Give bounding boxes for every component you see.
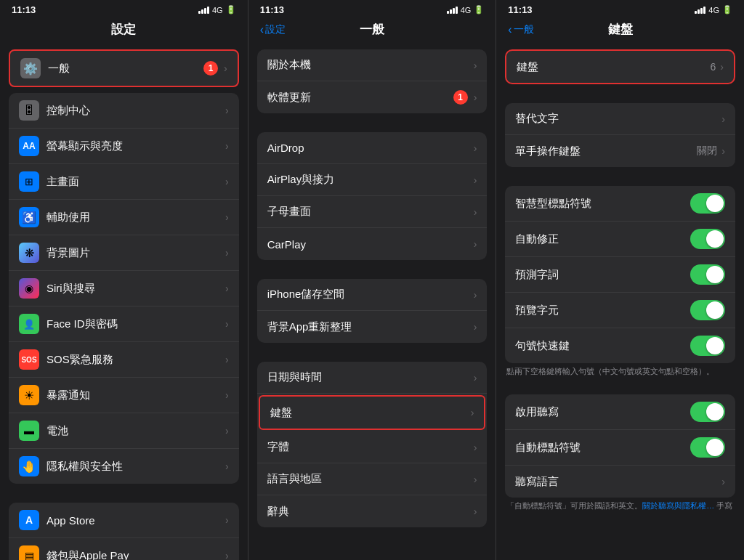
- row-background-app[interactable]: 背景App重新整理 ›: [257, 311, 488, 343]
- text-replacement-label: 替代文字: [515, 112, 721, 126]
- row-accessibility[interactable]: ♿ 輔助使用 ›: [9, 200, 239, 235]
- row-predictive-char[interactable]: 預覽字元: [505, 293, 735, 328]
- wallpaper-label: 背景圖片: [46, 246, 225, 260]
- smart-punctuation-toggle[interactable]: [690, 193, 725, 214]
- bar4: [207, 7, 209, 14]
- predictive-char-toggle[interactable]: [690, 300, 725, 320]
- row-airdrop[interactable]: AirDrop ›: [257, 132, 488, 164]
- wallet-label: 錢包與Apple Pay: [46, 549, 225, 561]
- row-appstore[interactable]: A App Store ›: [9, 503, 239, 538]
- one-hand-value: 關閉: [697, 145, 717, 158]
- row-privacy[interactable]: 🤚 隱私權與安全性 ›: [9, 449, 239, 484]
- software-update-label: 軟體更新: [267, 91, 453, 105]
- settings-list-3: 鍵盤 6 › 替代文字 › 單手操作鍵盤 關閉 › 智慧型標點符號: [496, 44, 744, 560]
- row-period-shortcut[interactable]: 句號快速鍵: [505, 328, 735, 363]
- auto-correct-toggle[interactable]: [690, 229, 725, 249]
- keyboards-highlighted-group: 鍵盤 6 ›: [505, 49, 735, 84]
- row-dictation[interactable]: 啟用聽寫: [505, 394, 735, 430]
- row-general[interactable]: ⚙️ 一般 1 ›: [10, 51, 238, 86]
- back-label-3: 一般: [514, 23, 534, 36]
- bar4-3: [703, 7, 705, 14]
- period-shortcut-toggle[interactable]: [690, 336, 725, 356]
- keyboard-chevron: ›: [471, 407, 474, 418]
- predictive-toggle[interactable]: [690, 264, 725, 285]
- row-text-replacement[interactable]: 替代文字 ›: [505, 103, 735, 135]
- row-auto-correct[interactable]: 自動修正: [505, 222, 735, 257]
- row-faceid[interactable]: 👤 Face ID與密碼 ›: [9, 307, 239, 342]
- row-dictionary[interactable]: 辭典 ›: [257, 495, 488, 527]
- row-keyboard[interactable]: 鍵盤 ›: [260, 397, 485, 429]
- carplay-label: CarPlay: [267, 238, 474, 251]
- general-group-3: iPhone儲存空間 › 背景App重新整理 ›: [257, 279, 488, 343]
- keyboard-toggles-group: 智慧型標點符號 自動修正 預測字詞 預覽字元 句號快速鍵: [505, 186, 735, 363]
- row-datetime[interactable]: 日期與時間 ›: [257, 362, 488, 394]
- dictation-lang-label: 聽寫語言: [515, 475, 721, 489]
- panel-settings: 11:13 4G 🔋 設定 ⚙️ 一般 1 › 🎛: [0, 0, 248, 560]
- network-type-3: 4G: [708, 6, 719, 15]
- auto-punctuation-toggle[interactable]: [690, 437, 725, 458]
- general-chevron: ›: [224, 62, 227, 74]
- row-airplay[interactable]: AirPlay與接力 ›: [257, 164, 488, 196]
- row-control-center[interactable]: 🎛 控制中心 ›: [9, 93, 239, 129]
- row-dictation-lang[interactable]: 聽寫語言 ›: [505, 466, 735, 498]
- pip-chevron: ›: [474, 206, 477, 218]
- status-bar-2: 11:13 4G 🔋: [248, 0, 496, 18]
- settings-group-bottom: A App Store › ▤ 錢包與Apple Pay ›: [9, 503, 239, 560]
- row-predictive[interactable]: 預測字詞: [505, 257, 735, 293]
- row-keyboards[interactable]: 鍵盤 6 ›: [506, 51, 734, 83]
- row-display[interactable]: AA 螢幕顯示與亮度 ›: [9, 129, 239, 164]
- row-carplay[interactable]: CarPlay ›: [257, 228, 488, 260]
- battery-icon-2: 🔋: [474, 5, 484, 15]
- general-group-2: AirDrop › AirPlay與接力 › 子母畫面 › CarPlay ›: [257, 132, 488, 260]
- keyboards-value: 6: [711, 61, 716, 73]
- row-battery[interactable]: ▬ 電池 ›: [9, 413, 239, 449]
- bar4-2: [456, 7, 458, 14]
- general-icon: ⚙️: [20, 58, 41, 78]
- home-label: 主畫面: [46, 175, 225, 189]
- row-wallet[interactable]: ▤ 錢包與Apple Pay ›: [9, 538, 239, 560]
- bar2-2: [450, 9, 452, 14]
- row-sos[interactable]: SOS SOS緊急服務 ›: [9, 342, 239, 378]
- accessibility-label: 輔助使用: [46, 211, 225, 224]
- datetime-label: 日期與時間: [267, 370, 474, 384]
- row-pip[interactable]: 子母畫面 ›: [257, 196, 488, 228]
- row-wallpaper[interactable]: ❋ 背景圖片 ›: [9, 235, 239, 271]
- nav-back-2[interactable]: ‹ 設定: [260, 23, 286, 36]
- row-iphone-storage[interactable]: iPhone儲存空間 ›: [257, 279, 488, 311]
- back-label-2: 設定: [265, 23, 286, 36]
- sos-chevron: ›: [225, 354, 229, 365]
- bar2: [201, 9, 203, 14]
- row-software-update[interactable]: 軟體更新 1 ›: [257, 81, 488, 113]
- dictation-hint: 「自動標點符號」可用於國語和英文。關於聽寫與隱私權… 手寫: [496, 498, 744, 517]
- status-icons-2: 4G 🔋: [447, 5, 485, 15]
- time-3: 11:13: [508, 4, 532, 15]
- row-fonts[interactable]: 字體 ›: [257, 431, 488, 463]
- row-about[interactable]: 關於本機 ›: [257, 49, 488, 81]
- exposure-icon: ☀: [19, 385, 39, 405]
- airdrop-label: AirDrop: [267, 142, 474, 154]
- row-one-hand[interactable]: 單手操作鍵盤 關閉 ›: [505, 135, 735, 167]
- carplay-chevron: ›: [474, 238, 477, 250]
- faceid-chevron: ›: [225, 318, 229, 330]
- nav-back-3[interactable]: ‹ 一般: [508, 23, 533, 36]
- battery-label: 電池: [46, 424, 225, 438]
- row-smart-punctuation[interactable]: 智慧型標點符號: [505, 186, 735, 222]
- row-language[interactable]: 語言與地區 ›: [257, 463, 488, 495]
- keyboards-chevron: ›: [720, 61, 724, 73]
- row-siri[interactable]: ◉ Siri與搜尋 ›: [9, 271, 239, 307]
- row-exposure[interactable]: ☀ 暴露通知 ›: [9, 378, 239, 413]
- one-hand-chevron: ›: [721, 145, 725, 157]
- row-auto-punctuation[interactable]: 自動標點符號: [505, 430, 735, 466]
- dictation-privacy-link[interactable]: 關於聽寫與隱私權…: [642, 501, 714, 510]
- signal-bars-3: [695, 7, 705, 14]
- faceid-label: Face ID與密碼: [46, 317, 225, 331]
- sos-label: SOS緊急服務: [46, 353, 225, 367]
- dictation-toggle[interactable]: [690, 402, 725, 422]
- dictionary-chevron: ›: [474, 506, 477, 517]
- bar3-3: [700, 8, 703, 14]
- battery-chevron: ›: [225, 425, 229, 437]
- predictive-char-label: 預覽字元: [515, 304, 690, 317]
- signal-bars-1: [198, 7, 209, 14]
- time-2: 11:13: [260, 4, 284, 15]
- row-home[interactable]: ⊞ 主畫面 ›: [9, 164, 239, 200]
